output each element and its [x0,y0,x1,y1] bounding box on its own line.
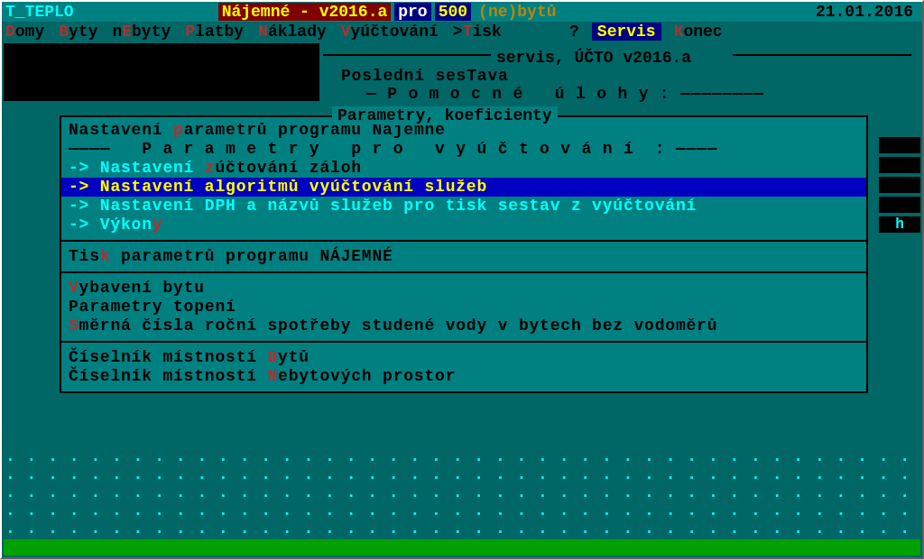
item-vykony[interactable]: -> Výkony [69,216,859,234]
divider [61,341,866,343]
bg-dots: . . . . . . . . . . . . . . . . . . . . … [5,519,919,537]
title-date: 21.01.2016 [816,3,919,21]
background-dark [4,43,319,101]
right-tab[interactable] [879,137,920,153]
bg-dots: . . . . . . . . . . . . . . . . . . . . … [5,465,919,483]
menu-platby[interactable]: Platby [185,23,244,41]
header-parametry-vyuctovani: ———— P a r a m e t r y p r o v y ú č t o… [69,140,859,159]
item-nastaveni-dph[interactable]: -> Nastavení DPH a názvů služeb pro tisk… [69,197,859,216]
bg-dots: . . . . . . . . . . . . . . . . . . . . … [5,447,919,465]
divider [61,240,866,242]
title-left: T_TEPLO [5,3,74,21]
item-ciselnik-nebytovych[interactable]: Číselník místností Nebytových prostor [69,367,859,386]
menu-servis[interactable]: Servis [592,23,661,41]
right-tab[interactable] [879,157,920,173]
status-bar [4,539,920,555]
item-smerna-cisla[interactable]: Směrná čísla roční spotřeby studené vody… [69,317,859,335]
item-nastaveni-zuctovani-zaloh[interactable]: -> Nastavení zúčtování záloh [69,159,859,178]
menu-byty[interactable]: Byty [59,23,97,41]
right-tab-h[interactable]: h [879,216,920,233]
menu-nebyty[interactable]: nEbyty [112,23,171,41]
item-parametry-topeni[interactable]: Parametry topení [69,298,859,317]
menu-domy[interactable]: Domy [5,23,44,41]
menu-tisk[interactable]: >Tisk [453,23,502,41]
item-nastaveni-algoritmu-selected[interactable]: -> Nastavení algoritmů vyúčtování služeb [61,178,866,197]
right-tab[interactable] [879,197,920,213]
title-pro: pro [394,3,430,21]
posledni-sestava-label[interactable]: Poslední sesTava [341,67,509,85]
divider [61,271,866,273]
bg-dots: . . . . . . . . . . . . . . . . . . . . … [5,501,919,519]
right-tab[interactable] [879,177,920,193]
title-bar: T_TEPLO Nájemné - v2016.a pro 500 (ne)by… [2,2,922,22]
bg-dots: . . . . . . . . . . . . . . . . . . . . … [5,483,919,501]
panel-parametry: Parametry, koeficienty Nastavení paramet… [60,115,868,393]
panel-title: Parametry, koeficienty [332,106,558,124]
pomocne-ulohy-header: — P o m o c n é ú l o h y : ———————— [366,85,764,103]
item-ciselnik-bytu[interactable]: Číselník místností Bytů [69,348,859,367]
title-unit: (ne)bytů [478,3,556,21]
menu-bar: Domy Byty nEbyty Platby Náklady Vyúčtová… [2,22,922,41]
servis-window-title: servis, ÚČTO v2016.a [496,49,691,67]
menu-htm[interactable]: >HTM [516,23,555,41]
menu-konec[interactable]: Konec [674,23,723,41]
title-count: 500 [435,3,471,21]
menu-help[interactable]: ? [569,23,579,41]
item-vybaveni-bytu[interactable]: Vybavení bytu [69,279,859,298]
right-tabs: h [879,137,920,236]
app-screen: T_TEPLO Nájemné - v2016.a pro 500 (ne)by… [0,0,924,559]
menu-vyuctovani[interactable]: Vyúčtování [341,23,439,41]
item-tisk-parametru[interactable]: Tisk parametrů programu NÁJEMNÉ [69,247,859,266]
app-name: Nájemné - v2016.a [218,3,392,21]
menu-naklady[interactable]: Náklady [258,23,327,41]
